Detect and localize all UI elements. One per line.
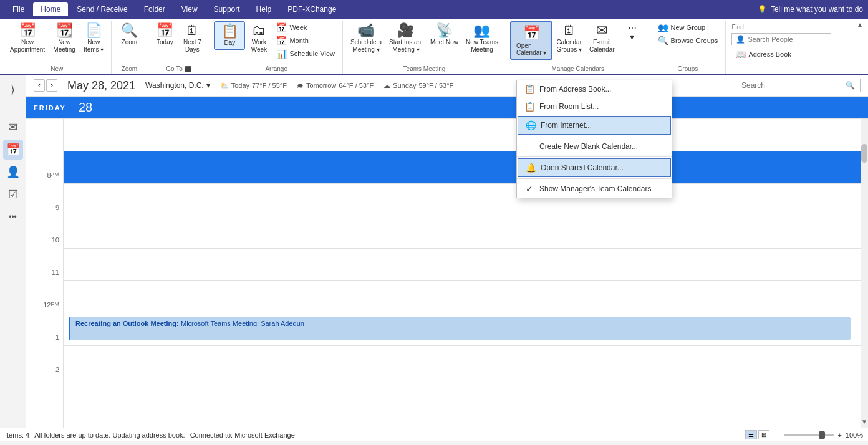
new-items-icon: 📄 (85, 24, 102, 37)
new-meeting-label: NewMeeting (53, 39, 75, 54)
nav-icon-expand[interactable]: ⟩ (3, 80, 23, 100)
work-week-label: WorkWeek (251, 39, 267, 54)
main-content: ‹ › May 28, 2021 Washington, D.C. ▾ ⛅ To… (26, 75, 868, 428)
ribbon-toolbar: 📅 NewAppointment 📆 NewMeeting 📄 NewItems… (0, 19, 868, 75)
new-items-button[interactable]: 📄 NewItems ▾ (80, 21, 107, 56)
nav-icon-more[interactable]: ••• (3, 207, 23, 227)
scroll-down-arrow[interactable]: ▼ (861, 418, 867, 425)
zoom-icon: 🔍 (121, 24, 138, 37)
day-header: FRIDAY 28 (26, 97, 868, 119)
zoom-button[interactable]: 🔍 Zoom (115, 21, 143, 49)
open-cal-icon: 📅 (523, 25, 540, 41)
ribbon-minimize-button[interactable]: ▲ (857, 21, 863, 28)
dropdown-from-room-list[interactable]: 📋 From Room List... (517, 98, 672, 115)
scrollbar[interactable]: ▼ (861, 119, 868, 428)
start-instant-meeting-button[interactable]: 🎥 Start InstantMeeting ▾ (385, 21, 427, 56)
hour-row-8 (64, 151, 861, 184)
zoom-minus-icon[interactable]: — (773, 431, 780, 439)
dropdown-show-managers-team[interactable]: ✓ Show Manager's Team Calendars (517, 180, 672, 198)
next-month-button[interactable]: › (46, 79, 57, 92)
week-icon: 📅 (276, 22, 287, 32)
day-view: FRIDAY 28 8 AM 9 10 11 12 PM 1 2 (26, 97, 868, 428)
month-button[interactable]: 📅 Month (272, 34, 339, 47)
new-group-button[interactable]: 👥 New Group (654, 21, 722, 34)
ribbon-goto-items: 📅 Today 🗓 Next 7Days (151, 21, 206, 64)
next7days-button[interactable]: 🗓 Next 7Days (178, 21, 206, 56)
find-section: Find 👤 📖 Address Book (726, 21, 836, 74)
new-meeting-button[interactable]: 📆 NewMeeting (49, 21, 80, 56)
time-8am: 8 AM (26, 171, 63, 204)
search-people-box[interactable]: 👤 (731, 33, 831, 45)
schedule-icon: 📊 (276, 49, 287, 59)
search-people-input[interactable] (748, 36, 822, 43)
instant-meeting-label: Start InstantMeeting ▾ (389, 39, 423, 54)
dropdown-room-list-label: From Room List... (539, 102, 599, 111)
dropdown-from-internet[interactable]: 🌐 From Internet... (518, 116, 671, 135)
instant-meeting-icon: 🎥 (397, 24, 414, 37)
calendar-groups-button[interactable]: 🗓 CalendarGroups ▾ (552, 21, 586, 56)
more-options-icon: ⋯▾ (628, 24, 637, 41)
goto-group-label: Go To ⬛ (151, 64, 206, 74)
new-group-icon: 👥 (658, 22, 668, 32)
tab-view[interactable]: View (174, 2, 205, 16)
zoom-slider[interactable] (784, 434, 834, 436)
status-right: ☰ ⊞ — + 100% (745, 430, 863, 439)
weather-sunday-label: Sunday (393, 82, 416, 89)
arrange-col: 📅 Week 📅 Month 📊 Schedule View (272, 21, 339, 60)
dropdown-create-blank-cal[interactable]: Create New Blank Calendar... (517, 138, 672, 155)
time-2: 2 (26, 366, 63, 398)
nav-icon-people[interactable]: 👤 (3, 162, 23, 182)
schedule-view-button[interactable]: 📊 Schedule View (272, 47, 339, 60)
time-12pm: 12 PM (26, 301, 63, 333)
weather-tomorrow: 🌧 Tomorrow 64°F / 53°F (297, 82, 374, 89)
search-calendar-box[interactable]: 🔍 (736, 79, 861, 92)
ribbon-arrange-items: 📋 Day 🗂 WorkWeek 📅 Week 📅 Month 📊 Sche (214, 21, 339, 64)
meeting-block[interactable]: Recreating an Outlook Meeting: Microsoft… (69, 317, 851, 340)
status-message: All folders are up to date. Updating add… (34, 431, 185, 439)
day-icon: 📋 (221, 24, 238, 38)
tab-send-receive[interactable]: Send / Receive (69, 2, 135, 16)
zoom-plus-icon[interactable]: + (837, 431, 841, 439)
arrange-group-label: Arrange (214, 64, 339, 74)
address-book-button[interactable]: 📖 Address Book (731, 48, 831, 60)
prev-month-button[interactable]: ‹ (34, 79, 45, 92)
next7days-label: Next 7Days (183, 39, 201, 54)
week-button[interactable]: 📅 Week (272, 21, 339, 34)
tab-pdf-xchange[interactable]: PDF-XChange (280, 2, 344, 16)
location-dropdown-icon: ▾ (206, 81, 210, 90)
schedule-meeting-label: Schedule aMeeting ▾ (350, 39, 382, 54)
search-calendar-input[interactable] (741, 81, 843, 90)
dropdown-from-address-book[interactable]: 📋 From Address Book... (517, 80, 672, 98)
hour-row-2 (64, 346, 861, 378)
dropdown-open-shared-cal[interactable]: 🔔 Open Shared Calendar... (518, 158, 671, 177)
meet-now-button[interactable]: 📡 Meet Now (427, 21, 462, 49)
new-teams-meeting-button[interactable]: 👥 New TeamsMeeting (462, 21, 502, 56)
open-calendar-button[interactable]: 📅 OpenCalendar ▾ (510, 21, 552, 60)
browse-groups-button[interactable]: 🔍 Browse Groups (654, 34, 722, 47)
tab-support[interactable]: Support (206, 2, 248, 16)
today-label: Today (157, 39, 173, 46)
groups-col: 👥 New Group 🔍 Browse Groups (654, 21, 722, 47)
today-button[interactable]: 📅 Today (151, 21, 178, 49)
tab-file[interactable]: File (5, 2, 32, 16)
view-btn-list[interactable]: ☰ (745, 430, 757, 439)
tab-help[interactable]: Help (249, 2, 279, 16)
tab-home[interactable]: Home (33, 2, 68, 16)
manage-cal-label: Manage Calendars (510, 64, 646, 74)
tab-folder[interactable]: Folder (137, 2, 173, 16)
work-week-button[interactable]: 🗂 WorkWeek (245, 21, 272, 56)
nav-icon-tasks[interactable]: ☑ (3, 184, 23, 204)
browse-groups-icon: 🔍 (658, 36, 668, 45)
day-button[interactable]: 📋 Day (214, 21, 245, 50)
location-button[interactable]: Washington, D.C. ▾ (145, 81, 210, 90)
time-10: 10 (26, 236, 63, 269)
new-appointment-button[interactable]: 📅 NewAppointment (6, 21, 49, 56)
schedule-meeting-button[interactable]: 📹 Schedule aMeeting ▾ (347, 21, 385, 56)
view-btn-grid[interactable]: ⊞ (758, 430, 769, 439)
day-label-text: FRIDAY (34, 104, 66, 112)
email-calendar-button[interactable]: ✉ E-mailCalendar (586, 21, 619, 56)
open-cal-label: OpenCalendar ▾ (516, 42, 546, 56)
nav-icon-calendar[interactable]: 📅 (3, 140, 23, 160)
nav-icon-mail[interactable]: ✉ (3, 117, 23, 137)
more-options-button[interactable]: ⋯▾ (619, 21, 646, 44)
